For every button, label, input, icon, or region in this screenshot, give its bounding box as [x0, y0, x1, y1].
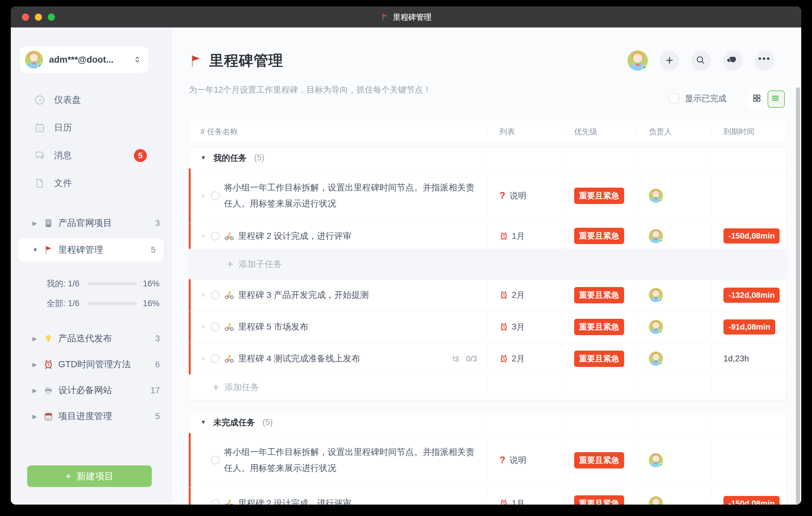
add-row-label: 添加任务 — [225, 381, 259, 393]
sidebar-item-dashboard[interactable]: 仪表盘 — [11, 86, 172, 114]
grid-view-button[interactable] — [749, 90, 766, 108]
triangle-right-icon[interactable]: ▶ — [32, 361, 40, 368]
task-priority-cell: 重要且紧急 — [562, 488, 637, 505]
task-group-card: ▼未完成任务(5)将小组一年工作目标拆解，设置出里程碑时间节点。并指派相关责任人… — [189, 412, 786, 505]
task-priority-cell: 重要且紧急 — [562, 433, 637, 487]
alarm-icon — [44, 360, 53, 369]
triangle-down-icon[interactable]: ▼ — [32, 247, 40, 253]
complete-task-circle[interactable] — [211, 191, 220, 200]
complete-task-circle[interactable] — [211, 291, 220, 299]
project-progress-row: 全部: 1/616% — [11, 293, 172, 313]
chevron-down-icon[interactable] — [200, 232, 208, 240]
overdue-badge: -132d,08min — [723, 288, 780, 303]
sidebar: adm***@doot... 仪表盘日历消息5文件 ▶产品官网项目3▼里程碑管理… — [11, 27, 172, 505]
project-item[interactable]: ▶设计必备网站17 — [11, 377, 172, 403]
task-row[interactable]: 里程碑 5 市场发布3月重要且紧急-91d,08min — [189, 311, 786, 343]
chevron-right-icon[interactable] — [200, 192, 208, 200]
task-row[interactable]: 里程碑 2 设计完成，进行评审1月重要且紧急-150d,08min — [189, 487, 786, 505]
vertical-scrollbar[interactable] — [796, 87, 800, 505]
group-title: ▼未完成任务(5) — [189, 412, 488, 433]
chevron-right-icon[interactable] — [200, 323, 208, 331]
add-subtask-row[interactable]: +添加子任务 — [189, 249, 786, 279]
chat-button[interactable] — [723, 51, 743, 70]
project-item[interactable]: ▼里程碑管理5 — [18, 238, 164, 261]
plus-icon: + — [65, 470, 71, 482]
empty-cell — [488, 375, 562, 400]
more-button[interactable]: ••• — [755, 51, 774, 70]
project-item[interactable]: ▶GTD时间管理方法6 — [11, 351, 172, 377]
task-groups: ▼我的任务(5)将小组一年工作目标拆解，设置出里程碑时间节点。并指派相关责任人。… — [189, 147, 786, 505]
member-avatar[interactable] — [628, 50, 648, 71]
project-item[interactable]: ▶产品迭代发布3 — [11, 325, 172, 351]
group-name: 未完成任务 — [213, 417, 255, 428]
cyclist-icon — [225, 354, 234, 363]
view-toggle — [747, 89, 787, 110]
project-count: 17 — [150, 386, 160, 395]
triangle-right-icon[interactable]: ▶ — [32, 413, 40, 420]
task-list-name: 3月 — [512, 321, 525, 333]
priority-badge: 重要且紧急 — [574, 228, 624, 244]
project-label: 产品迭代发布 — [58, 333, 155, 345]
project-item[interactable]: ▶项目进度管理5 — [11, 403, 172, 429]
add-button[interactable]: + — [660, 51, 679, 70]
search-button[interactable] — [691, 51, 711, 70]
close-window-button[interactable] — [22, 13, 29, 21]
task-row[interactable]: 将小组一年工作目标拆解，设置出里程碑时间节点。并指派相关责任人。用标签来展示进行… — [189, 168, 786, 223]
group-count: (5) — [254, 153, 264, 163]
complete-task-circle[interactable] — [211, 456, 220, 464]
task-name-cell: 里程碑 5 市场发布 — [189, 311, 488, 343]
task-row[interactable]: 将小组一年工作目标拆解，设置出里程碑时间节点。并指派相关责任人。用标签来展示进行… — [189, 433, 786, 487]
triangle-down-icon[interactable]: ▼ — [201, 154, 206, 161]
task-title: 里程碑 5 市场发布 — [238, 319, 308, 335]
task-assignee-cell — [637, 279, 712, 311]
chevron-right-icon[interactable] — [200, 354, 208, 363]
task-row[interactable]: 里程碑 4 测试完成准备线上发布0/32月重要且紧急1d,23h — [189, 343, 786, 374]
new-project-button[interactable]: + 新建项目 — [27, 465, 152, 487]
triangle-right-icon[interactable]: ▶ — [32, 335, 40, 342]
page-title-text: 里程碑管理 — [209, 51, 283, 70]
triangle-right-icon[interactable]: ▶ — [32, 387, 40, 394]
show-completed-checkbox[interactable] — [669, 93, 679, 104]
triangle-right-icon[interactable]: ▶ — [32, 220, 40, 227]
sidebar-item-calendar[interactable]: 日历 — [11, 114, 172, 142]
chevron-right-icon[interactable] — [200, 291, 208, 299]
user-account-button[interactable]: adm***@doot... — [20, 46, 148, 73]
progress-percent: 16% — [143, 299, 160, 308]
add-task-row[interactable]: +添加任务 — [189, 374, 786, 400]
group-title: ▼我的任务(5) — [189, 147, 488, 168]
task-priority-cell: 重要且紧急 — [562, 279, 637, 311]
zoom-window-button[interactable] — [48, 13, 55, 21]
project-label: 设计必备网站 — [58, 384, 150, 397]
complete-task-circle[interactable] — [211, 232, 220, 240]
add-row-content[interactable]: +添加子任务 — [189, 249, 488, 279]
progress-label: 我的: 1/6 — [47, 278, 83, 289]
group-header[interactable]: ▼未完成任务(5) — [189, 412, 786, 433]
empty-cell — [637, 249, 712, 279]
messages-icon — [34, 150, 45, 161]
task-name-cell: 里程碑 3 产品开发完成，开始提测 — [189, 279, 488, 311]
project-label: 里程碑管理 — [58, 244, 151, 256]
task-assignee-cell — [637, 343, 712, 374]
list-view-button[interactable] — [767, 90, 785, 108]
sidebar-item-file[interactable]: 文件 — [11, 169, 172, 197]
group-header[interactable]: ▼我的任务(5) — [189, 147, 786, 168]
task-due-cell: -132d,08min — [712, 279, 786, 311]
avatar — [649, 496, 663, 505]
complete-task-circle[interactable] — [211, 354, 220, 363]
task-assignee-cell — [637, 223, 712, 249]
task-assignee-cell — [637, 169, 712, 223]
minimize-window-button[interactable] — [35, 13, 42, 21]
task-list-name: 1月 — [512, 231, 525, 242]
task-assignee-cell — [637, 433, 712, 487]
task-row[interactable]: 里程碑 3 产品开发完成，开始提测2月重要且紧急-132d,08min — [189, 279, 786, 311]
project-label: GTD时间管理方法 — [58, 358, 155, 371]
add-row-content[interactable]: +添加任务 — [189, 375, 488, 400]
complete-task-circle[interactable] — [211, 499, 220, 505]
complete-task-circle[interactable] — [211, 322, 220, 331]
project-item[interactable]: ▶产品官网项目3 — [11, 210, 172, 236]
flag-icon — [44, 245, 53, 255]
window-title: 里程碑管理 — [393, 12, 432, 22]
task-row[interactable]: 里程碑 2 设计完成，进行评审1月重要且紧急-150d,08min — [189, 223, 786, 249]
triangle-down-icon[interactable]: ▼ — [201, 419, 206, 426]
sidebar-item-messages[interactable]: 消息5 — [11, 142, 172, 169]
